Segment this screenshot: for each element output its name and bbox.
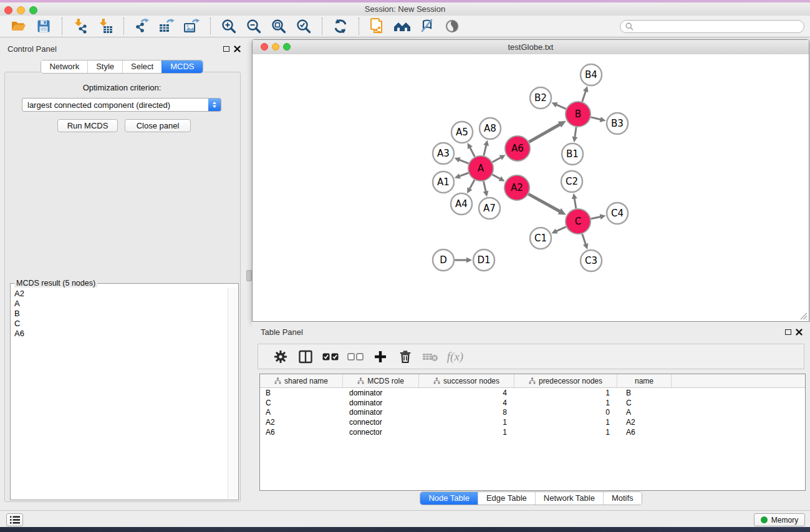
graph-node-B[interactable]: B (566, 102, 591, 127)
graph-node-D1[interactable]: D1 (473, 249, 494, 271)
gear-icon[interactable] (268, 347, 293, 366)
graph-edge-C-C2[interactable] (572, 193, 577, 208)
graph-edge-B-B1[interactable] (572, 127, 577, 142)
graph-node-B3[interactable]: B3 (607, 113, 628, 134)
mcds-result-scrollbar[interactable] (228, 288, 238, 499)
graph-edge-A-A3[interactable] (455, 157, 469, 163)
tab-style[interactable]: Style (87, 60, 122, 73)
save-session-button[interactable] (34, 17, 53, 35)
zoom-fit-button[interactable] (269, 17, 288, 35)
graph-edge-A-A2[interactable] (493, 175, 505, 181)
graph-node-A5[interactable]: A5 (451, 122, 473, 143)
graph-node-C3[interactable]: C3 (581, 250, 602, 271)
graph-node-D[interactable]: D (433, 249, 454, 271)
graph-edge-B-B2[interactable] (551, 102, 566, 109)
home-button[interactable] (393, 17, 412, 35)
column-header-name[interactable]: name (617, 374, 672, 387)
mcds-result-item[interactable]: A2 (14, 289, 228, 299)
graph-edge-A-A4[interactable] (467, 180, 475, 193)
graph-edge-B-B3[interactable] (591, 117, 605, 122)
zoom-in-button[interactable] (219, 17, 238, 35)
graph-edge-A-A8[interactable] (483, 140, 489, 155)
close-panel-button[interactable]: Close panel (125, 119, 191, 132)
select-all-checkboxes-icon[interactable] (318, 347, 343, 366)
graph-node-A2[interactable]: A2 (504, 175, 529, 200)
float-panel-icon[interactable] (223, 46, 229, 52)
import-table-button[interactable] (96, 17, 115, 35)
graph-node-A4[interactable]: A4 (451, 193, 472, 215)
resize-grip-icon[interactable] (799, 312, 808, 320)
graph-node-C1[interactable]: C1 (530, 228, 551, 249)
graph-edge-D-D1[interactable] (455, 258, 472, 263)
table-row[interactable]: A2connector11A2 (260, 417, 805, 427)
delete-icon[interactable] (393, 347, 418, 366)
deselect-all-checkboxes-icon[interactable] (343, 347, 368, 366)
search-input[interactable] (634, 22, 792, 32)
graph-node-C4[interactable]: C4 (607, 203, 628, 224)
graph-edge-A-A7[interactable] (483, 181, 489, 197)
tab-motifs[interactable]: Motifs (603, 492, 642, 505)
add-icon[interactable] (368, 347, 393, 366)
export-image-button[interactable] (183, 17, 201, 35)
tab-network-table[interactable]: Network Table (535, 492, 603, 505)
graph-node-A1[interactable]: A1 (433, 172, 454, 193)
table-row[interactable]: A6connector11A6 (260, 427, 805, 437)
dropdown-stepper-icon[interactable] (208, 99, 221, 111)
export-table-button[interactable] (158, 17, 176, 35)
column-header-successor-nodes[interactable]: successor nodes (419, 374, 514, 387)
close-table-panel-icon[interactable] (796, 329, 803, 336)
delete-table-icon[interactable] (418, 347, 443, 366)
tab-select[interactable]: Select (122, 60, 162, 73)
graph-node-B4[interactable]: B4 (581, 64, 602, 85)
graph-edge-A2-C[interactable] (528, 194, 566, 215)
tab-node-table[interactable]: Node Table (420, 492, 478, 505)
network-from-selection-button[interactable] (368, 17, 387, 35)
graph-node-B1[interactable]: B1 (562, 143, 583, 165)
import-network-button[interactable] (71, 17, 90, 35)
mcds-result-item[interactable]: A6 (14, 329, 228, 339)
mcds-result-item[interactable]: C (14, 319, 228, 329)
close-panel-icon[interactable] (234, 46, 241, 52)
function-builder-icon[interactable]: f(x) (443, 347, 468, 366)
graph-edge-A-A1[interactable] (455, 173, 468, 178)
tab-network[interactable]: Network (41, 60, 87, 73)
graph-edge-A-A6[interactable] (492, 155, 505, 162)
mcds-result-item[interactable]: A (14, 299, 228, 309)
criterion-dropdown[interactable]: largest connected component (directed) (22, 98, 221, 112)
open-session-button[interactable] (9, 17, 28, 35)
graph-node-C[interactable]: C (566, 209, 591, 234)
graph-node-A[interactable]: A (468, 156, 493, 181)
table-row[interactable]: Adominator80A (260, 408, 805, 418)
task-history-button[interactable] (6, 513, 23, 526)
zoom-out-button[interactable] (244, 17, 263, 35)
tab-mcds[interactable]: MCDS (162, 60, 202, 73)
graph-edge-C-C3[interactable] (582, 234, 589, 249)
graph-edge-A6-B[interactable] (529, 121, 566, 142)
export-network-button[interactable] (133, 17, 152, 35)
table-row[interactable]: Bdominator41B (260, 388, 805, 398)
graph-edge-A-A5[interactable] (468, 143, 475, 157)
graph-node-A8[interactable]: A8 (480, 118, 501, 139)
memory-button[interactable]: Memory (754, 513, 805, 526)
mcds-result-item[interactable]: B (14, 309, 228, 319)
graph-node-A7[interactable]: A7 (479, 198, 500, 219)
float-table-panel-icon[interactable] (785, 329, 791, 335)
column-header-shared-name[interactable]: shared name (260, 374, 343, 387)
column-header-MCDS-role[interactable]: MCDS role (343, 374, 419, 387)
tab-edge-table[interactable]: Edge Table (478, 492, 535, 505)
zoom-selected-button[interactable] (294, 17, 313, 35)
columns-icon[interactable] (293, 347, 318, 366)
flag-slash-button[interactable] (418, 17, 436, 35)
graph-node-B2[interactable]: B2 (530, 87, 551, 109)
network-canvas[interactable]: AA1A2A3A4A5A6A7A8BB1B2B3B4CC1C2C3C4DD1 (253, 54, 809, 321)
column-header-predecessor-nodes[interactable]: predecessor nodes (514, 374, 617, 387)
graph-edge-C-C1[interactable] (551, 227, 566, 234)
vertical-splitter-handle[interactable] (246, 270, 252, 281)
table-row[interactable]: Cdominator41C (260, 398, 805, 408)
graph-edge-C-C4[interactable] (591, 214, 606, 220)
search-field[interactable] (620, 20, 804, 33)
run-mcds-button[interactable]: Run MCDS (57, 119, 118, 132)
apply-layout-button[interactable] (331, 17, 350, 35)
graph-node-A6[interactable]: A6 (505, 136, 530, 161)
eye-button[interactable] (443, 17, 461, 35)
